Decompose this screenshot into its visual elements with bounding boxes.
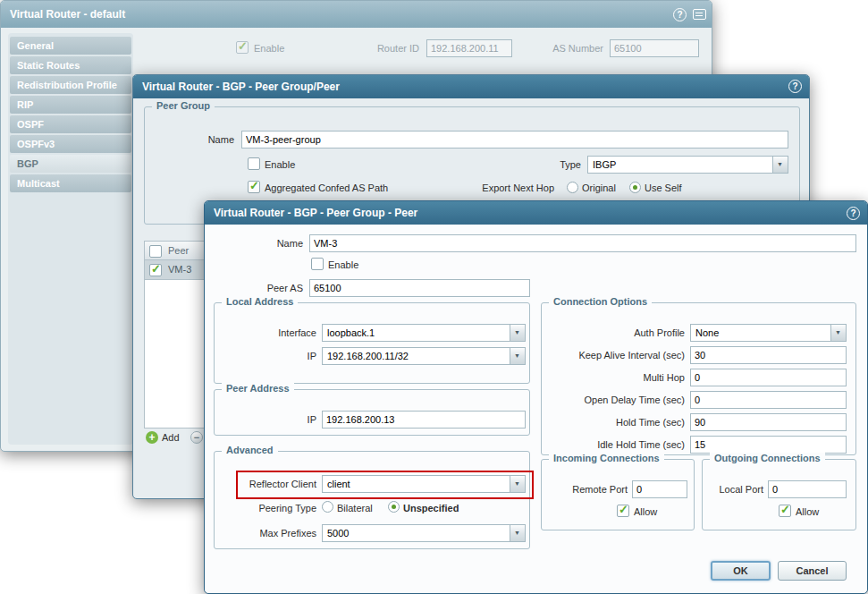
peer-group-legend: Peer Group <box>152 100 215 111</box>
auth-profile-label: Auth Profile <box>549 327 685 338</box>
interface-dropdown[interactable]: loopback.1 <box>322 324 526 342</box>
multi-hop-label: Multi Hop <box>549 372 685 383</box>
as-number-field <box>610 39 699 57</box>
peer-as-field[interactable] <box>309 279 530 297</box>
peering-type-label: Peering Type <box>240 503 316 513</box>
router-id-field <box>426 39 512 57</box>
peer-column-header: Peer <box>168 245 189 256</box>
peer-as-label: Peer AS <box>240 283 303 293</box>
outgoing-allow-checkbox[interactable] <box>779 505 791 517</box>
peer-group-enable-label: Enable <box>265 159 295 170</box>
delete-icon[interactable] <box>190 431 203 444</box>
outgoing-connections-legend: Outgoing Connections <box>710 453 825 463</box>
unspecified-label: Unspecified <box>403 503 459 513</box>
chevron-down-icon[interactable] <box>830 325 846 341</box>
help-icon[interactable]: ? <box>847 207 860 220</box>
screen: Virtual Router - default ? General Stati… <box>0 0 868 594</box>
open-delay-field[interactable] <box>690 391 847 409</box>
peer-address-legend: Peer Address <box>222 383 294 394</box>
keep-alive-field[interactable] <box>690 346 847 364</box>
type-dropdown[interactable]: IBGP <box>587 156 788 174</box>
unspecified-radio[interactable] <box>388 501 400 513</box>
ok-button[interactable]: OK <box>711 561 771 581</box>
peer-address-section: Peer Address IP <box>214 389 530 436</box>
outgoing-allow-label: Allow <box>796 506 819 517</box>
export-use-self-label: Use Self <box>645 182 682 193</box>
sidebar-item-ospfv3[interactable]: OSPFv3 <box>10 135 131 153</box>
incoming-connections-section: Incoming Connections Remote Port Allow <box>541 459 695 530</box>
max-prefixes-dropdown[interactable]: 5000 <box>322 524 526 542</box>
connection-options-section: Connection Options Auth Profile None Kee… <box>541 302 856 455</box>
peer-enable-checkbox[interactable] <box>311 258 324 270</box>
peer-dialog-header: Virtual Router - BGP - Peer Group - Peer… <box>205 201 867 225</box>
local-address-legend: Local Address <box>222 296 298 307</box>
local-ip-dropdown[interactable]: 192.168.200.11/32 <box>322 347 526 365</box>
sidebar-item-redistribution-profile[interactable]: Redistribution Profile <box>10 76 131 94</box>
hold-time-field[interactable] <box>690 413 847 431</box>
sidebar-item-static-routes[interactable]: Static Routes <box>10 56 131 74</box>
remote-port-field[interactable] <box>632 480 687 498</box>
peer-group-name-field[interactable] <box>241 131 788 148</box>
select-all-checkbox[interactable] <box>149 245 162 258</box>
interface-label: Interface <box>238 327 316 338</box>
export-original-label: Original <box>582 182 616 193</box>
multi-hop-field[interactable] <box>690 369 847 386</box>
peer-enable-label: Enable <box>328 259 358 270</box>
local-address-section: Local Address Interface loopback.1 IP 19… <box>214 302 530 384</box>
incoming-allow-checkbox[interactable] <box>617 505 629 517</box>
help-icon[interactable]: ? <box>788 80 802 93</box>
sidebar-item-rip[interactable]: RIP <box>10 96 131 114</box>
local-ip-label: IP <box>238 351 316 361</box>
bilateral-radio[interactable] <box>322 501 333 513</box>
reflector-client-dropdown[interactable]: client <box>322 475 526 493</box>
sidebar-item-ospf[interactable]: OSPF <box>10 115 131 133</box>
export-use-self-radio[interactable] <box>629 182 641 193</box>
outgoing-connections-section: Outgoing Connections Local Port Allow <box>702 459 856 530</box>
router-sidebar: General Static Routes Redistribution Pro… <box>8 33 133 445</box>
local-port-label: Local Port <box>704 484 763 495</box>
window-icon[interactable] <box>693 9 706 20</box>
row-select-checkbox[interactable] <box>149 264 162 276</box>
peer-name-label: Name <box>240 238 303 249</box>
peer-name-field[interactable] <box>309 234 856 252</box>
incoming-connections-legend: Incoming Connections <box>549 453 664 463</box>
local-port-field[interactable] <box>768 480 847 498</box>
auth-profile-dropdown[interactable]: None <box>690 324 847 342</box>
remote-port-label: Remote Port <box>545 484 628 495</box>
idle-hold-time-label: Idle Hold Time (sec) <box>549 439 685 450</box>
add-icon[interactable] <box>146 431 158 444</box>
sidebar-item-multicast[interactable]: Multicast <box>10 174 131 192</box>
dialog-title: Virtual Router - BGP - Peer Group/Peer <box>142 81 340 93</box>
virtual-router-dialog-header: Virtual Router - default ? <box>1 1 712 28</box>
peer-ip-label: IP <box>238 414 316 425</box>
chevron-down-icon[interactable] <box>510 325 525 341</box>
router-enable-label: Enable <box>254 43 284 54</box>
advanced-legend: Advanced <box>222 445 278 455</box>
aggregated-confed-checkbox[interactable] <box>248 181 260 193</box>
router-id-label: Router ID <box>357 43 419 54</box>
peer-group-enable-checkbox[interactable] <box>248 157 260 170</box>
export-next-hop-label: Export Next Hop <box>462 182 554 193</box>
help-icon[interactable]: ? <box>673 8 687 21</box>
peer-ip-field[interactable] <box>322 411 526 429</box>
peer-group-dialog-header: Virtual Router - BGP - Peer Group/Peer ? <box>133 75 809 98</box>
sidebar-item-general[interactable]: General <box>10 37 131 55</box>
aggregated-confed-label: Aggregated Confed AS Path <box>265 182 388 193</box>
dialog-title: Virtual Router - BGP - Peer Group - Peer <box>214 207 417 219</box>
chevron-down-icon[interactable] <box>510 525 525 541</box>
reflector-client-label: Reflector Client <box>240 479 316 489</box>
bilateral-label: Bilateral <box>337 503 373 513</box>
chevron-down-icon[interactable] <box>772 157 788 173</box>
peer-group-name-label: Name <box>170 134 234 145</box>
connection-options-legend: Connection Options <box>549 296 652 307</box>
advanced-section: Advanced Reflector Client client Peering… <box>214 451 530 549</box>
chevron-down-icon[interactable] <box>510 476 525 492</box>
type-label: Type <box>520 159 581 170</box>
cancel-button[interactable]: Cancel <box>778 561 847 581</box>
idle-hold-time-field[interactable] <box>690 436 847 454</box>
export-original-radio[interactable] <box>567 182 578 193</box>
chevron-down-icon[interactable] <box>510 348 525 364</box>
keep-alive-label: Keep Alive Interval (sec) <box>549 350 685 361</box>
add-button[interactable]: Add <box>162 432 180 443</box>
sidebar-item-bgp[interactable]: BGP <box>10 155 131 173</box>
